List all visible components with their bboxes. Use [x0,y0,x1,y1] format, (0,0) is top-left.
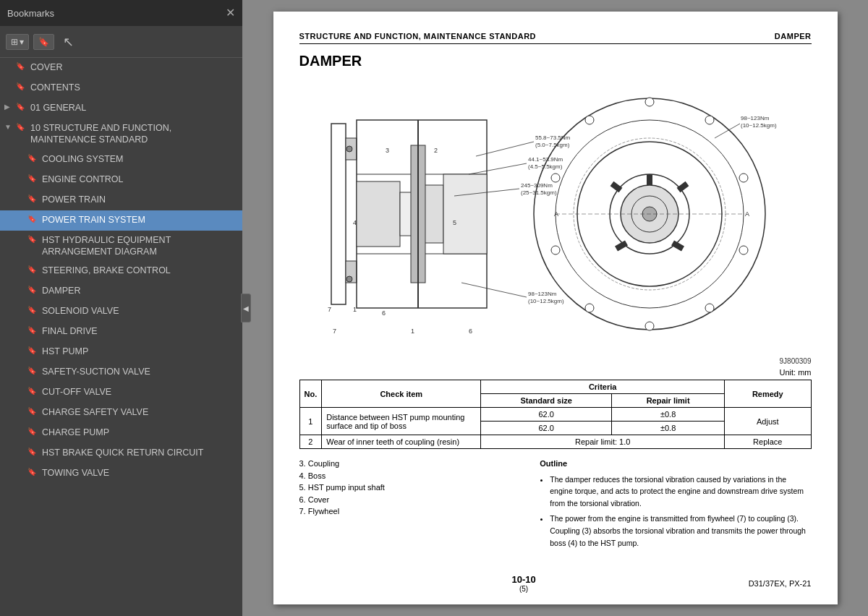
sidebar-item-label: CHARGE SAFETY VALVE [42,406,238,418]
svg-text:1: 1 [353,306,357,313]
svg-text:3: 3 [386,147,389,154]
sidebar-item-structure[interactable]: 🔖10 STRUCTURE AND FUNCTION, MAINTENANCE … [0,119,242,150]
svg-point-34 [705,304,714,312]
bottom-section: 3. Coupling4. Boss5. HST pump input shaf… [299,458,812,552]
svg-text:7: 7 [333,328,336,335]
expand-arrow-right [4,103,10,111]
sidebar-item-label: COOLING SYSTEM [42,153,238,165]
sidebar-item-label: CHARGE PUMP [42,427,238,438]
bookmark-icon: 🔖 [16,123,26,131]
sidebar-tree: ▶🔖COVER▶🔖CONTENTS🔖01 GENERAL🔖10 STRUCTUR… [0,58,242,616]
svg-line-46 [469,163,527,174]
outline-bullet: The damper reduces the torsional vibrati… [550,474,811,510]
table-row: 1 Distance between HST pump mounting sur… [299,408,811,422]
damper-diagram-svg: 7 1 6 [310,80,801,348]
sidebar-item-hst-hydraulic[interactable]: ▶🔖HST HYDRAULIC EQUIPMENT ARRANGEMENT DI… [0,231,242,262]
page-header-left: STRUCTURE AND FUNCTION, MAINTENANCE STAN… [299,32,537,40]
bottom-left-item: 4. Boss [299,470,526,482]
sidebar-item-label: FINAL DRIVE [42,325,238,337]
bottom-left-labels: 3. Coupling4. Boss5. HST pump input shaf… [299,458,526,552]
sidebar-item-towing[interactable]: ▶🔖TOWING VALVE [0,463,242,484]
sidebar-item-label: POWER TRAIN SYSTEM [42,214,238,226]
svg-text:98~123Nm: 98~123Nm [741,115,770,121]
bookmark-icon: 🔖 [27,194,38,202]
sidebar-item-engine-control[interactable]: ▶🔖ENGINE CONTROL [0,170,242,190]
bookmark-icon: 🔖 [27,326,38,334]
sidebar-item-label: COVER [30,61,238,73]
svg-text:A: A [745,210,749,218]
svg-point-31 [705,116,714,124]
cell-repair-limit-label: ±0.8 [612,408,725,422]
cell-remedy: Adjust [725,408,811,435]
svg-rect-0 [331,124,346,304]
outline-bullet: The power from the engine is transmitted… [550,513,811,549]
sidebar-item-charge-safety[interactable]: ▶🔖CHARGE SAFETY VALVE [0,403,242,423]
sidebar-item-label: ENGINE CONTROL [42,174,238,185]
unit-label: Unit: mm [299,368,812,377]
sidebar-title-bar: Bookmarks ✕ [0,0,242,26]
sidebar-item-contents[interactable]: ▶🔖CONTENTS [0,78,242,98]
sidebar-item-cooling[interactable]: ▶🔖COOLING SYSTEM [0,150,242,170]
bookmark-icon: 🔖 [16,82,26,90]
svg-point-37 [551,246,560,254]
bookmark-add-icon: 🔖 [38,37,49,47]
svg-line-28 [616,243,626,249]
svg-line-26 [678,184,687,190]
bottom-right-outline: Outline The damper reduces the torsional… [540,458,811,552]
sidebar-title: Bookmarks [7,8,54,19]
sidebar-item-cut-off[interactable]: ▶🔖CUT-OFF VALVE [0,382,242,403]
svg-text:1: 1 [411,328,414,335]
sidebar-item-steering[interactable]: ▶🔖STEERING, BRAKE CONTROL [0,261,242,281]
sidebar-item-power-train-system[interactable]: ▶🔖POWER TRAIN SYSTEM [0,210,242,231]
sidebar-item-label: STEERING, BRAKE CONTROL [42,265,238,276]
svg-line-27 [673,243,683,249]
sidebar-item-solenoid[interactable]: ▶🔖SOLENOID VALVE [0,301,242,322]
cell-check-item: Distance between HST pump mounting surfa… [322,408,481,435]
sidebar-item-general[interactable]: 🔖01 GENERAL [0,98,242,119]
view-options-button[interactable]: ⊞ ▾ [6,34,29,50]
bookmark-icon: 🔖 [27,367,38,375]
bottom-left-item: 7. Flywheel [299,505,526,518]
col-criteria-header: Criteria [481,380,725,394]
sidebar-item-final-drive[interactable]: ▶🔖FINAL DRIVE [0,322,242,342]
cursor-indicator: ↖ [63,34,74,50]
sidebar-close-button[interactable]: ✕ [226,7,235,19]
add-bookmark-button[interactable]: 🔖 [33,34,54,50]
bookmark-icon: 🔖 [16,103,26,111]
technical-diagram: 7 1 6 [299,77,812,351]
svg-text:2: 2 [434,147,438,154]
svg-point-36 [585,304,594,312]
cell-repair-limit2: Repair limit: 1.0 [481,435,725,449]
bottom-left-item: 5. HST pump input shaft [299,482,526,494]
svg-text:(5.0~7.5kgm): (5.0~7.5kgm) [535,142,570,148]
sidebar-item-power-train[interactable]: ▶🔖POWER TRAIN [0,190,242,210]
cell-remedy2: Replace [725,435,811,449]
sidebar-item-label: HST PUMP [42,346,238,357]
sidebar-item-safety-suction[interactable]: ▶🔖SAFETY-SUCTION VALVE [0,362,242,382]
sidebar-item-label: HST HYDRAULIC EQUIPMENT ARRANGEMENT DIAG… [42,234,238,258]
svg-point-39 [585,116,594,124]
svg-point-33 [739,246,748,254]
view-icon: ⊞ [11,37,18,47]
col-remedy-header: Remedy [725,380,811,408]
bottom-left-item: 6. Cover [299,494,526,506]
table-body: 1 Distance between HST pump mounting sur… [299,408,811,449]
svg-point-35 [645,322,654,330]
sidebar-item-cover[interactable]: ▶🔖COVER [0,58,242,78]
col-check-item-header: Check item [322,380,481,408]
svg-text:A: A [554,210,558,218]
svg-text:(10~12.5kgm): (10~12.5kgm) [528,298,564,304]
cell-no: 1 [299,408,322,435]
bookmark-icon: 🔖 [27,265,38,273]
bookmark-icon: 🔖 [27,387,38,395]
collapse-sidebar-button[interactable]: ◀ [241,294,251,322]
sidebar-item-hst-brake[interactable]: ▶🔖HST BRAKE QUICK RETURN CIRCUIT [0,443,242,463]
sidebar-item-damper[interactable]: ▶🔖DAMPER [0,281,242,301]
sidebar-item-hst-pump[interactable]: ▶🔖HST PUMP [0,342,242,362]
sidebar-item-charge-pump[interactable]: ▶🔖CHARGE PUMP [0,423,242,443]
bookmark-icon: 🔖 [27,306,38,314]
cell-check-item2: Wear of inner teeth of coupling (resin) [322,435,481,449]
bottom-left-item: 3. Coupling [299,458,526,470]
bookmark-icon: 🔖 [16,62,26,70]
sidebar-item-label: SOLENOID VALVE [42,305,238,317]
